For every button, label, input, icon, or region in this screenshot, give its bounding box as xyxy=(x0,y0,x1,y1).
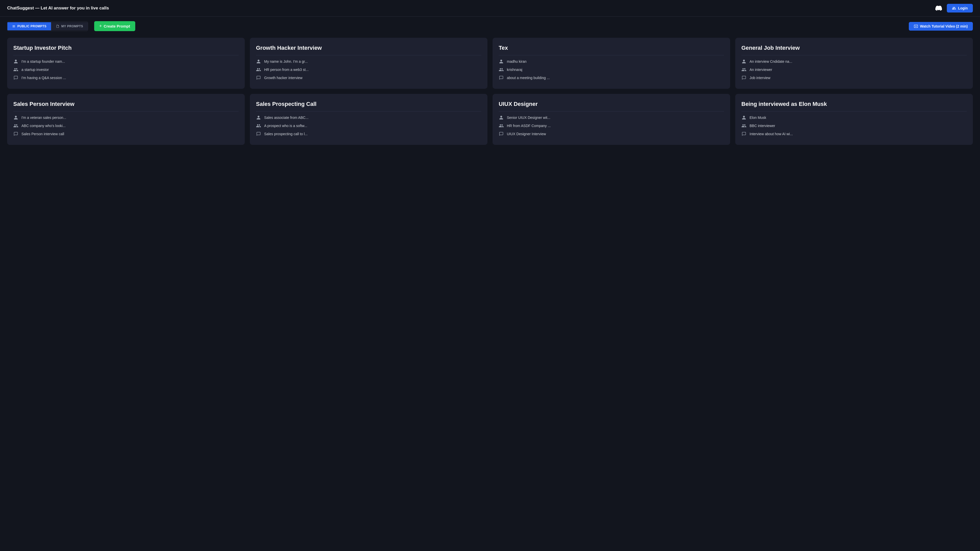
create-icon: + xyxy=(99,24,102,29)
person-group-icon xyxy=(499,67,504,72)
card-item-text: HR person from a web3 st... xyxy=(264,68,309,72)
card-item-text: Growth hacker interview xyxy=(264,76,302,80)
list-item: Sales prospecting call to l... xyxy=(256,131,481,137)
toolbar: PUBLIC PROMPTS MY PROMPTS + Create Promp… xyxy=(0,17,980,36)
login-button[interactable]: Login xyxy=(947,4,973,13)
list-item: An interviewer xyxy=(741,67,967,72)
list-item: UIUX Designer Interview xyxy=(499,131,724,137)
person-icon xyxy=(13,115,18,120)
card-startup-investor-pitch[interactable]: Startup Investor Pitch I'm a startup fou… xyxy=(7,38,245,89)
app-title: ChatSuggest — Let AI answer for you in l… xyxy=(7,6,109,11)
list-item: ABC company who's looki... xyxy=(13,123,239,128)
card-item-text: I'm a veteran sales person... xyxy=(21,116,66,120)
list-item: A prospect who is a softw... xyxy=(256,123,481,128)
person-icon xyxy=(256,115,261,120)
card-item-text: An interview Cndidate na... xyxy=(749,59,792,64)
watch-tutorial-label: Watch Tutorial Video (2 min) xyxy=(920,24,968,28)
card-item-text: krishnaraj xyxy=(507,68,522,72)
chat-icon xyxy=(741,131,746,137)
list-item: HR person from a web3 st... xyxy=(256,67,481,72)
card-item-text: BBC interviewer xyxy=(749,124,775,128)
create-prompt-button[interactable]: + Create Prompt xyxy=(94,21,135,31)
card-title-uiux-designer: UIUX Designer xyxy=(499,100,724,111)
card-item-text: Interview about how AI wi... xyxy=(749,132,793,136)
card-item-text: Sales prospecting call to l... xyxy=(264,132,307,136)
discord-icon[interactable] xyxy=(934,3,943,13)
person-icon xyxy=(741,59,746,64)
card-items-tex: madhu kiran krishnaraj about a meeting b… xyxy=(499,59,724,80)
header-right: Login xyxy=(934,3,973,13)
card-item-text: ABC company who's looki... xyxy=(21,124,65,128)
card-item-text: I'm a startup founder nam... xyxy=(21,59,65,64)
card-uiux-designer[interactable]: UIUX Designer Senior UIUX Designer wit..… xyxy=(493,94,730,145)
chat-icon xyxy=(499,131,504,137)
list-item: madhu kiran xyxy=(499,59,724,64)
chat-icon xyxy=(13,75,18,80)
card-items-startup-investor-pitch: I'm a startup founder nam... a startup i… xyxy=(13,59,239,80)
list-item: BBC interviewer xyxy=(741,123,967,128)
list-item: I'm having a Q&A session ... xyxy=(13,75,239,80)
person-icon xyxy=(13,59,18,64)
create-prompt-label: Create Prompt xyxy=(103,24,130,28)
card-item-text: UIUX Designer Interview xyxy=(507,132,546,136)
card-general-job-interview[interactable]: General Job Interview An interview Cndid… xyxy=(735,38,973,89)
card-item-text: a startup investor xyxy=(21,68,49,72)
list-item: Sales associate from ABC... xyxy=(256,115,481,120)
list-item: Growth hacker interview xyxy=(256,75,481,80)
card-item-text: about a meeting building ... xyxy=(507,76,550,80)
chat-icon xyxy=(13,131,18,137)
public-prompts-label: PUBLIC PROMPTS xyxy=(18,24,46,28)
card-title-tex: Tex xyxy=(499,44,724,56)
card-items-uiux-designer: Senior UIUX Designer wit... HR from ASDF… xyxy=(499,115,724,137)
card-item-text: An interviewer xyxy=(749,68,772,72)
card-item-text: I'm having a Q&A session ... xyxy=(21,76,66,80)
person-icon xyxy=(499,115,504,120)
person-group-icon xyxy=(256,123,261,128)
card-items-growth-hacker-interview: My name is John. I'm a gr... HR person f… xyxy=(256,59,481,80)
header-left: ChatSuggest — Let AI answer for you in l… xyxy=(7,6,109,11)
card-item-text: Elon Musk xyxy=(749,116,766,120)
list-item: Senior UIUX Designer wit... xyxy=(499,115,724,120)
person-icon xyxy=(499,59,504,64)
card-title-startup-investor-pitch: Startup Investor Pitch xyxy=(13,44,239,56)
list-item: I'm a veteran sales person... xyxy=(13,115,239,120)
card-tex[interactable]: Tex madhu kiran krishnaraj about a meeti… xyxy=(493,38,730,89)
card-item-text: Job interview xyxy=(749,76,770,80)
card-item-text: My name is John. I'm a gr... xyxy=(264,59,308,64)
card-item-text: HR from ASDF Company ... xyxy=(507,124,551,128)
card-item-text: Sales associate from ABC... xyxy=(264,116,309,120)
card-sales-person-interview[interactable]: Sales Person Interview I'm a veteran sal… xyxy=(7,94,245,145)
card-sales-prospecting-call[interactable]: Sales Prospecting Call Sales associate f… xyxy=(250,94,487,145)
list-item: HR from ASDF Company ... xyxy=(499,123,724,128)
list-item: My name is John. I'm a gr... xyxy=(256,59,481,64)
list-item: about a meeting building ... xyxy=(499,75,724,80)
card-title-being-interviewed-as-elon-musk: Being interviewed as Elon Musk xyxy=(741,100,967,111)
person-group-icon xyxy=(13,67,18,72)
person-group-icon xyxy=(13,123,18,128)
card-growth-hacker-interview[interactable]: Growth Hacker Interview My name is John.… xyxy=(250,38,487,89)
card-title-general-job-interview: General Job Interview xyxy=(741,44,967,56)
list-item: a startup investor xyxy=(13,67,239,72)
person-group-icon xyxy=(256,67,261,72)
cards-grid: Startup Investor Pitch I'm a startup fou… xyxy=(0,36,980,152)
list-item: Elon Musk xyxy=(741,115,967,120)
card-items-being-interviewed-as-elon-musk: Elon Musk BBC interviewer Interview abou… xyxy=(741,115,967,137)
chat-icon xyxy=(256,75,261,80)
public-prompts-tab[interactable]: PUBLIC PROMPTS xyxy=(7,22,51,30)
my-prompts-tab[interactable]: MY PROMPTS xyxy=(51,22,88,30)
list-item: Job interview xyxy=(741,75,967,80)
chat-icon xyxy=(741,75,746,80)
header: ChatSuggest — Let AI answer for you in l… xyxy=(0,0,980,17)
card-item-text: Senior UIUX Designer wit... xyxy=(507,116,550,120)
card-title-sales-prospecting-call: Sales Prospecting Call xyxy=(256,100,481,111)
watch-tutorial-button[interactable]: Watch Tutorial Video (2 min) xyxy=(909,22,973,30)
card-items-general-job-interview: An interview Cndidate na... An interview… xyxy=(741,59,967,80)
chat-icon xyxy=(256,131,261,137)
card-being-interviewed-as-elon-musk[interactable]: Being interviewed as Elon Musk Elon Musk… xyxy=(735,94,973,145)
my-prompts-label: MY PROMPTS xyxy=(61,24,83,28)
card-items-sales-person-interview: I'm a veteran sales person... ABC compan… xyxy=(13,115,239,137)
card-item-text: Sales Person interview call xyxy=(21,132,64,136)
login-label: Login xyxy=(958,6,968,10)
person-icon xyxy=(741,115,746,120)
list-item: I'm a startup founder nam... xyxy=(13,59,239,64)
